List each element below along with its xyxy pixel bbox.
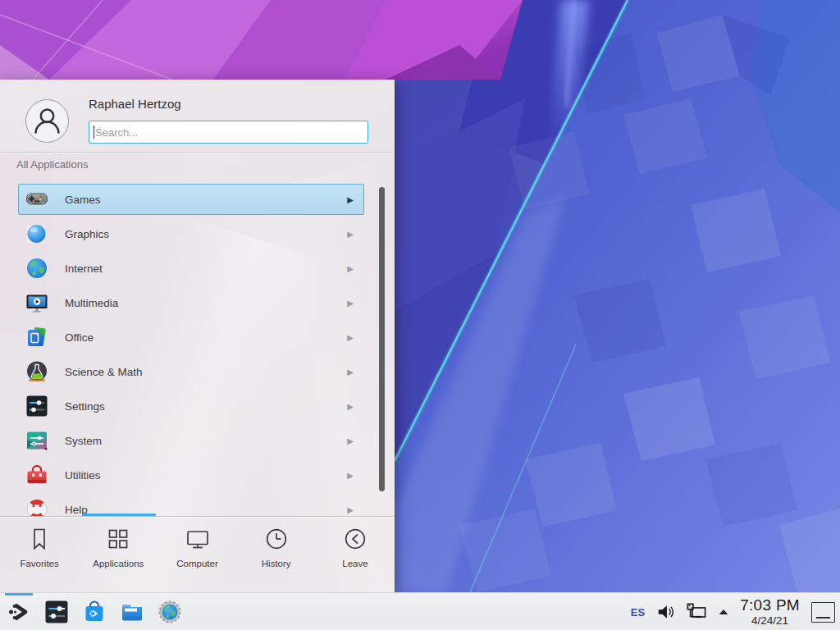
category-item-games[interactable]: Games▶: [18, 184, 364, 215]
tab-favorites[interactable]: Favorites: [0, 517, 79, 592]
keyboard-layout-indicator[interactable]: ES: [631, 606, 645, 619]
kickoff-icon: [7, 600, 31, 624]
discover-icon: [82, 600, 107, 624]
desktop: Raphael Hertzog All Applications Games▶G…: [0, 0, 840, 630]
tab-label: Applications: [93, 559, 144, 568]
user-name: Raphael Hertzog: [89, 97, 181, 111]
help-icon: [25, 498, 48, 516]
tab-label: History: [262, 559, 291, 568]
search-field-wrapper: [89, 121, 368, 144]
systemsettings-icon: [44, 600, 69, 624]
utilities-icon: [25, 463, 48, 486]
user-avatar-icon: [26, 99, 68, 143]
user-avatar[interactable]: [25, 99, 69, 143]
graphics-icon: [25, 222, 48, 245]
science-icon: [25, 360, 48, 383]
category-label: Settings: [65, 400, 105, 413]
category-item-settings[interactable]: Settings▶: [18, 389, 364, 423]
network-button[interactable]: [686, 602, 707, 622]
submenu-arrow-icon: ▶: [347, 471, 354, 480]
submenu-arrow-icon: ▶: [347, 505, 354, 514]
taskbar-panel: ES 7:03 PM 4/24/21: [0, 592, 840, 630]
launcher-header: Raphael Hertzog: [0, 80, 395, 152]
tab-label: Leave: [342, 559, 368, 568]
games-icon: [25, 188, 48, 211]
applications-icon: [106, 527, 130, 551]
tab-computer[interactable]: Computer: [158, 517, 236, 592]
submenu-arrow-icon: ▶: [347, 333, 354, 342]
tab-label: Computer: [176, 559, 218, 568]
system-tray: ES 7:03 PM 4/24/21: [631, 593, 835, 630]
search-input[interactable]: [89, 121, 368, 144]
application-launcher-button[interactable]: [6, 599, 32, 625]
category-label: Multimedia: [65, 297, 118, 309]
category-label: Graphics: [65, 228, 109, 240]
section-label: All Applications: [16, 158, 88, 171]
show-desktop-button[interactable]: [811, 602, 835, 623]
category-label: Utilities: [65, 469, 101, 482]
tab-applications[interactable]: Applications: [79, 517, 158, 592]
internet-icon: [25, 257, 48, 280]
header-divider: [0, 152, 395, 153]
application-launcher-menu: Raphael Hertzog All Applications Games▶G…: [0, 80, 395, 592]
file-manager-button[interactable]: [119, 599, 145, 625]
computer-icon: [185, 527, 210, 551]
task-launchers: [6, 593, 194, 630]
category-item-graphics[interactable]: Graphics▶: [18, 217, 364, 251]
digital-clock[interactable]: 7:03 PM 4/24/21: [740, 597, 800, 627]
system-settings-button[interactable]: [43, 599, 70, 625]
category-label: Internet: [65, 262, 103, 275]
tab-leave[interactable]: Leave: [316, 517, 395, 592]
history-icon: [264, 527, 289, 551]
favorites-icon: [27, 527, 52, 551]
settings-icon: [25, 395, 48, 418]
scrollbar[interactable]: [379, 187, 385, 491]
category-list: Games▶Graphics▶Internet▶Multimedia▶Offic…: [0, 182, 395, 516]
tab-label: Favorites: [20, 559, 58, 568]
text-cursor: [94, 126, 94, 139]
category-item-internet[interactable]: Internet▶: [18, 251, 364, 285]
dolphin-icon: [120, 600, 144, 624]
category-label: System: [65, 435, 102, 447]
submenu-arrow-icon: ▶: [347, 230, 354, 239]
category-label: Science & Math: [65, 366, 143, 378]
clock-date: 4/24/21: [740, 615, 800, 627]
browser-globe-icon: [158, 600, 182, 624]
launcher-tabbar: FavoritesApplicationsComputerHistoryLeav…: [0, 517, 395, 592]
multimedia-icon: [25, 291, 48, 314]
category-item-utilities[interactable]: Utilities▶: [18, 458, 364, 492]
office-icon: [25, 326, 48, 349]
web-browser-button[interactable]: [157, 599, 183, 625]
submenu-arrow-icon: ▶: [347, 299, 354, 308]
caret-up-icon: [717, 605, 730, 619]
submenu-arrow-icon: ▶: [347, 436, 354, 445]
leave-icon: [343, 527, 368, 551]
speaker-icon: [656, 602, 676, 622]
network-icon: [686, 602, 707, 622]
category-item-system[interactable]: System▶: [18, 423, 364, 458]
category-item-help[interactable]: Help▶: [18, 492, 364, 516]
tray-expander-button[interactable]: [717, 605, 730, 619]
category-item-office[interactable]: Office▶: [18, 320, 364, 354]
volume-button[interactable]: [656, 602, 676, 622]
category-item-multimedia[interactable]: Multimedia▶: [18, 285, 364, 320]
submenu-arrow-icon: ▶: [347, 368, 354, 377]
tab-history[interactable]: History: [237, 517, 316, 592]
discover-button[interactable]: [81, 599, 107, 625]
active-task-indicator: [5, 593, 33, 596]
category-label: Office: [65, 331, 94, 344]
clock-time: 7:03 PM: [740, 597, 800, 613]
submenu-arrow-icon: ▶: [347, 195, 354, 204]
system-icon: [25, 429, 48, 452]
submenu-arrow-icon: ▶: [347, 402, 354, 411]
submenu-arrow-icon: ▶: [347, 264, 354, 273]
category-item-science-math[interactable]: Science & Math▶: [18, 354, 364, 389]
category-label: Games: [65, 194, 101, 206]
